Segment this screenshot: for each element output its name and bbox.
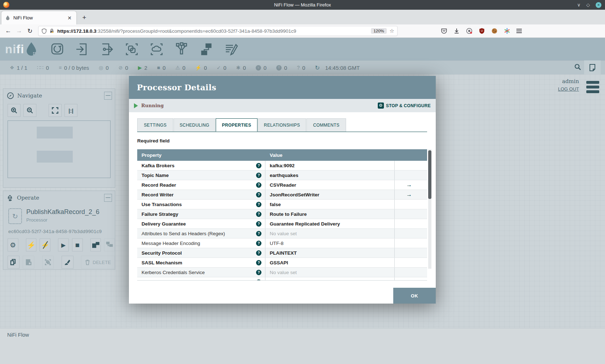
help-icon[interactable]: ?	[256, 279, 261, 281]
start-button[interactable]: ▶	[58, 238, 69, 251]
forward-button[interactable]: →	[14, 27, 24, 35]
help-icon[interactable]: ?	[256, 182, 261, 188]
property-value: earthquakes	[270, 173, 299, 178]
stop-and-configure-button[interactable]: ⚙ STOP & CONFIGURE	[378, 103, 431, 109]
output-port-component-icon[interactable]	[99, 42, 115, 57]
help-icon[interactable]: ?	[256, 202, 261, 207]
property-row[interactable]: Topic Name ? earthquakes →	[137, 170, 427, 180]
window-maximize-button[interactable]: ◇	[586, 2, 590, 8]
zoom-fit-button[interactable]	[49, 104, 62, 117]
logout-link[interactable]: LOG OUT	[558, 86, 579, 92]
copy-button[interactable]	[8, 256, 19, 269]
group-selection-button[interactable]	[42, 256, 54, 269]
property-row[interactable]: Attributes to Send as Headers (Regex) ? …	[137, 229, 427, 238]
property-row[interactable]: Kerberos Service Name ? No value set →	[137, 277, 427, 281]
tab-scheduling[interactable]: SCHEDULING	[174, 118, 215, 132]
tab-settings[interactable]: SETTINGS	[137, 118, 173, 132]
browser-tab[interactable]: NiFi Flow ✕	[1, 11, 76, 24]
property-row[interactable]: Message Header Encoding ? UTF-8 →	[137, 238, 427, 248]
remote-process-group-component-icon[interactable]	[149, 42, 164, 57]
processor-component-icon[interactable]	[50, 42, 65, 57]
property-row[interactable]: Record Reader ? CSVReader →	[137, 180, 427, 190]
property-value: Route to Failure	[270, 211, 307, 217]
search-icon[interactable]	[574, 63, 581, 70]
help-icon[interactable]: ?	[256, 231, 261, 236]
refresh-status[interactable]: ↻ 14:45:08 GMT	[315, 64, 360, 71]
disable-button[interactable]: ⚡	[40, 238, 50, 251]
zoom-level-badge[interactable]: 120%	[371, 28, 386, 34]
save-template-button[interactable]	[90, 238, 101, 251]
property-row[interactable]: Use Transactions ? false →	[137, 200, 427, 209]
property-name: Attributes to Send as Headers (Regex)	[142, 231, 256, 236]
delete-button[interactable]: DELETE	[81, 256, 115, 269]
help-icon[interactable]: ?	[256, 221, 261, 227]
downloads-icon[interactable]	[453, 28, 460, 34]
pocket-icon[interactable]	[441, 28, 447, 34]
status-item: ⚠0	[175, 65, 185, 71]
zoom-actual-button[interactable]: |:|	[64, 104, 77, 117]
property-row[interactable]: SASL Mechanism ? GSSAPI →	[137, 258, 427, 268]
goto-service-icon[interactable]: →	[406, 191, 412, 198]
collapse-navigate-icon[interactable]: —	[104, 92, 112, 100]
property-row[interactable]: Delivery Guarantee ? Guarantee Replicate…	[137, 219, 427, 229]
property-value: No value set	[270, 231, 297, 236]
help-icon[interactable]: ?	[256, 260, 261, 265]
property-row[interactable]: Kafka Brokers ? kafka:9092 →	[137, 161, 427, 170]
global-menu-icon[interactable]	[586, 81, 599, 95]
status-count: 0	[284, 65, 287, 71]
goto-service-icon[interactable]: →	[406, 182, 412, 188]
label-component-icon[interactable]	[224, 42, 239, 57]
help-icon[interactable]: ?	[256, 173, 261, 178]
property-row[interactable]: Record Writer ? JsonRecordSetWriter →	[137, 190, 427, 200]
collapse-operate-icon[interactable]: —	[104, 194, 112, 202]
scrollbar-thumb[interactable]	[428, 150, 431, 199]
reload-button[interactable]: ↻	[24, 27, 35, 35]
menu-hamburger-icon[interactable]	[516, 28, 522, 34]
lock-warning-icon[interactable]	[49, 28, 54, 33]
status-item: ∷∷0	[37, 65, 49, 71]
help-icon[interactable]: ?	[256, 270, 261, 275]
zoom-out-button[interactable]	[23, 104, 36, 117]
window-minimize-button[interactable]: ∨	[577, 2, 581, 8]
breadcrumb[interactable]: NiFi Flow	[7, 332, 605, 338]
property-row[interactable]: Security Protocol ? PLAINTEXT →	[137, 248, 427, 258]
change-color-button[interactable]	[62, 256, 73, 269]
process-group-component-icon[interactable]	[124, 42, 139, 57]
funnel-component-icon[interactable]	[174, 42, 189, 57]
extension-icon[interactable]	[466, 28, 472, 34]
help-icon[interactable]: ?	[256, 250, 261, 256]
tab-close-icon[interactable]: ✕	[66, 15, 73, 21]
ok-button[interactable]: OK	[393, 288, 436, 304]
template-component-icon[interactable]	[199, 42, 214, 57]
table-scrollbar[interactable]	[428, 149, 431, 269]
help-icon[interactable]: ?	[256, 192, 261, 197]
window-close-button[interactable]: ×	[596, 2, 601, 8]
help-icon[interactable]: ?	[256, 163, 261, 168]
new-tab-button[interactable]: +	[79, 13, 89, 23]
help-icon[interactable]: ?	[256, 211, 261, 217]
stop-button[interactable]: ■	[72, 238, 83, 251]
birdseye-minimap[interactable]	[8, 120, 111, 178]
tab-properties[interactable]: PROPERTIES	[216, 118, 257, 132]
zoom-in-button[interactable]	[8, 104, 21, 117]
ublock-icon[interactable]: U	[479, 28, 485, 34]
bulletin-board-button[interactable]	[584, 60, 601, 74]
input-port-component-icon[interactable]	[75, 42, 90, 57]
paste-button[interactable]	[23, 256, 35, 269]
configure-button[interactable]: ⚙	[8, 238, 18, 251]
property-row[interactable]: Kerberos Credentials Service ? No value …	[137, 268, 427, 277]
multi-account-asterisk-icon[interactable]	[504, 28, 510, 34]
group-components-button[interactable]	[104, 238, 115, 251]
cookie-icon[interactable]	[491, 28, 498, 34]
help-icon[interactable]: ?	[256, 241, 261, 246]
tracking-shield-icon[interactable]	[41, 28, 47, 34]
url-bar[interactable]: https://172.18.0.3:32558/nifi/?processGr…	[38, 26, 398, 36]
bookmark-star-icon[interactable]: ☆	[390, 28, 394, 34]
tab-comments[interactable]: COMMENTS	[306, 118, 346, 132]
property-row[interactable]: Failure Strategy ? Route to Failure →	[137, 209, 427, 219]
refresh-icon[interactable]: ↻	[315, 64, 320, 71]
property-value: UTF-8	[270, 241, 283, 246]
back-button[interactable]: ←	[3, 27, 14, 35]
tab-relationships[interactable]: RELATIONSHIPS	[258, 118, 306, 132]
enable-button[interactable]: ⚡	[26, 238, 37, 251]
